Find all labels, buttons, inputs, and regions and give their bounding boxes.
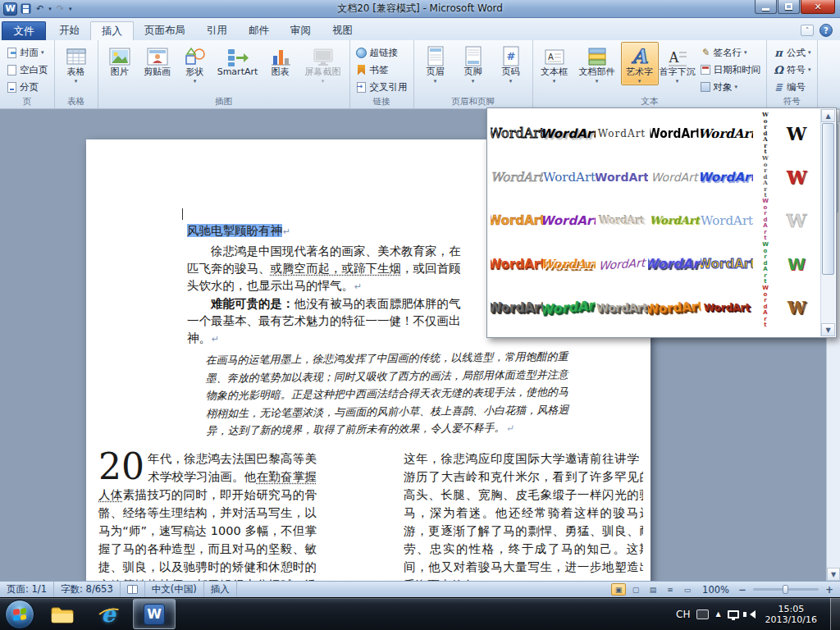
wordart-style-option[interactable]: WordArt <box>491 199 543 242</box>
wordart-style-option[interactable]: WordArt <box>753 242 778 285</box>
print-layout-view-button[interactable]: ▣ <box>611 583 626 596</box>
wordart-style-option[interactable]: WordArt <box>491 155 543 199</box>
cover-page-button[interactable]: 封面▾ <box>2 44 52 61</box>
help-button[interactable]: ? <box>819 24 833 37</box>
wordart-style-option[interactable]: W <box>778 112 815 155</box>
wordart-style-option[interactable]: WordArt <box>701 199 753 242</box>
tab-page-layout[interactable]: 页面布局 <box>134 21 196 40</box>
table-button[interactable]: 表格 ▾ <box>57 42 95 85</box>
undo-menu-caret-icon[interactable]: ▾ <box>47 2 53 16</box>
scroll-down-icon[interactable]: ▼ <box>827 568 840 581</box>
repeat-button[interactable]: ↷ <box>55 2 66 16</box>
picture-button[interactable]: 图片 <box>101 42 139 79</box>
screenshot-button[interactable]: 屏幕截图 ▾ <box>299 42 347 85</box>
clipart-button[interactable]: 剪贴画 <box>139 42 176 79</box>
zoom-slider[interactable] <box>753 588 819 591</box>
drop-cap-button[interactable]: A 首字下沉 ▾ <box>659 42 696 85</box>
numbering-button[interactable]: ≣ 编号 <box>769 79 815 95</box>
wordart-style-option[interactable]: WordArt <box>596 155 648 199</box>
wordart-style-option[interactable]: WordArt <box>543 242 596 285</box>
wordart-style-option[interactable]: WordArt <box>701 242 753 285</box>
tab-mailings[interactable]: 邮件 <box>238 21 280 40</box>
tab-references[interactable]: 引用 <box>196 21 238 40</box>
insert-mode-indicator[interactable]: 插入 <box>204 582 237 597</box>
start-button[interactable] <box>5 600 34 629</box>
hyperlink-button[interactable]: 超链接 <box>353 44 411 61</box>
fullscreen-view-button[interactable]: ▢ <box>628 583 643 596</box>
wordart-style-option[interactable]: WordArt <box>701 155 753 199</box>
wordart-style-option[interactable]: WordArt <box>701 112 753 155</box>
zoom-slider-thumb[interactable] <box>783 585 788 594</box>
wordart-style-option[interactable]: WordArt <box>648 199 701 242</box>
wordart-button[interactable]: A 艺术字 ▾ <box>621 42 659 85</box>
volume-icon[interactable] <box>746 610 756 619</box>
header-button[interactable]: 页眉 ▾ <box>417 42 454 85</box>
scroll-down-icon[interactable]: ▼ <box>821 323 835 336</box>
wordart-style-option[interactable]: W <box>778 242 815 285</box>
wordart-style-option[interactable]: WordArt <box>753 155 778 199</box>
date-time-button[interactable]: 日期和时间 <box>696 62 765 78</box>
wordart-style-option[interactable]: WordArt <box>753 285 778 329</box>
shapes-button[interactable]: 形状 ▾ <box>176 42 214 85</box>
wordart-style-option[interactable]: WordArt <box>491 285 543 329</box>
wordart-style-option[interactable]: WordArt <box>753 199 778 242</box>
outline-view-button[interactable]: ≡ <box>663 583 678 596</box>
wordart-style-option[interactable]: WordArt <box>543 199 596 242</box>
wordart-style-option[interactable]: WordArt <box>648 242 701 285</box>
zoom-level[interactable]: 100% <box>697 584 734 596</box>
footer-button[interactable]: 页脚 ▾ <box>454 42 492 85</box>
maximize-button[interactable] <box>778 0 800 14</box>
wordart-style-option[interactable]: WordArt <box>596 199 648 242</box>
wordart-style-option[interactable]: WordArt <box>543 112 596 155</box>
wordart-style-option[interactable]: WordArt <box>701 285 753 329</box>
proofing-status[interactable] <box>121 582 145 597</box>
taskbar-word-button[interactable]: W <box>133 599 176 629</box>
web-layout-view-button[interactable]: ▤ <box>646 583 660 596</box>
object-button[interactable]: 对象▾ <box>696 79 765 95</box>
scrollbar-thumb[interactable] <box>822 123 834 275</box>
wordart-style-option[interactable]: WordArt <box>491 112 543 155</box>
smartart-button[interactable]: SmartArt <box>214 42 262 79</box>
wordart-style-option[interactable]: W <box>778 155 815 199</box>
wordart-style-option[interactable]: WordArt <box>543 155 596 199</box>
tab-insert[interactable]: 插入 <box>90 21 134 40</box>
wordart-style-option[interactable]: WordArt <box>541 283 597 331</box>
show-desktop-button[interactable] <box>830 598 840 630</box>
taskbar-clock[interactable]: 15:05 2013/10/16 <box>762 604 820 625</box>
show-hidden-icons-button[interactable]: ▲ <box>715 610 720 618</box>
minimize-ribbon-button[interactable]: ˄ <box>801 25 814 36</box>
equation-button[interactable]: π 公式▾ <box>769 44 815 61</box>
network-icon[interactable] <box>728 610 739 619</box>
tray-language-indicator[interactable]: CH <box>676 609 690 620</box>
wordart-style-option[interactable]: W <box>778 285 815 329</box>
chart-button[interactable]: 图表 <box>262 42 299 79</box>
wordart-style-option[interactable]: WordArt <box>596 112 648 155</box>
tab-review[interactable]: 审阅 <box>280 21 322 40</box>
zoom-out-button[interactable]: − <box>737 584 748 596</box>
undo-button[interactable]: ↶ <box>34 2 45 16</box>
tab-view[interactable]: 视图 <box>322 21 363 40</box>
wordart-style-option[interactable]: WordArt <box>595 240 649 288</box>
symbol-button[interactable]: Ω 符号▾ <box>769 62 815 78</box>
wordart-style-option[interactable]: WordArt <box>647 284 702 330</box>
wordart-style-option[interactable]: WordArt <box>753 112 778 155</box>
word-app-icon[interactable]: W <box>3 2 17 16</box>
wordart-style-option[interactable]: WordArt <box>491 242 543 285</box>
taskbar-ie-button[interactable]: e <box>87 599 130 629</box>
file-tab[interactable]: 文件 <box>2 21 46 40</box>
bookmark-button[interactable]: 书签 <box>353 62 411 78</box>
close-button[interactable]: ✕ <box>801 0 835 14</box>
blank-page-button[interactable]: 空白页 <box>2 62 52 78</box>
wordart-style-option[interactable]: WordArt <box>651 112 699 155</box>
wordart-style-option[interactable]: WordArt <box>596 285 648 329</box>
tab-home[interactable]: 开始 <box>48 21 90 40</box>
taskbar-explorer-button[interactable] <box>41 599 84 629</box>
scroll-up-icon[interactable]: ▲ <box>821 109 835 122</box>
ime-icon[interactable] <box>696 609 709 619</box>
wordart-gallery-scrollbar[interactable]: ▲ ▼ <box>820 109 835 336</box>
wordart-style-option[interactable]: W <box>778 199 815 242</box>
minimize-button[interactable] <box>755 0 777 14</box>
page-number-button[interactable]: # 页码 ▾ <box>492 42 530 85</box>
text-box-button[interactable]: A 文本框 ▾ <box>536 42 573 85</box>
save-button[interactable] <box>19 2 33 16</box>
